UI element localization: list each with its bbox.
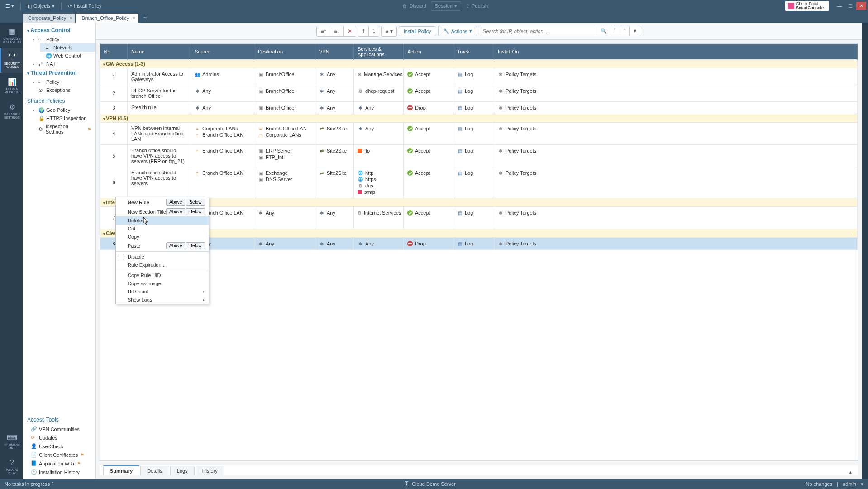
status-server[interactable]: 🗄Cloud Demo Server [404, 481, 456, 487]
col-install[interactable]: Install On [494, 44, 858, 60]
cell-value[interactable]: Corporate LANs [266, 132, 301, 138]
ctx-copy-uid[interactable]: Copy Rule UID [116, 271, 209, 279]
sidebar-tp-policy[interactable]: ▫ Policy [23, 78, 95, 86]
cell-value[interactable]: Drop [415, 241, 426, 246]
cell-value[interactable]: BranchOffice [266, 88, 294, 94]
cell-value[interactable]: Exchange [266, 170, 288, 176]
cell-value[interactable]: ftp [364, 148, 370, 153]
sidebar-policy[interactable]: ▫ Policy [23, 35, 95, 43]
rail-whatsnew[interactable]: ? WHAT'S NEW [0, 454, 23, 479]
add-below-button[interactable]: ≡↓ [330, 26, 344, 36]
cell-value[interactable]: Internet Services [364, 210, 401, 216]
col-no[interactable]: No. [100, 44, 128, 60]
cell-value[interactable]: Branch Office LAN [202, 170, 243, 176]
section-below-button[interactable]: ⤵ [369, 26, 379, 36]
cell-value[interactable]: Accept [415, 126, 430, 131]
rail-gateways[interactable]: ▦ GATEWAYS & SERVERS [0, 23, 23, 48]
maximize-button[interactable]: ☐ [845, 2, 855, 10]
list-button[interactable]: ≡ ▾ [382, 26, 396, 36]
rule-name[interactable]: Stealth rule [128, 102, 191, 114]
rule-name[interactable]: Branch office should have VPN access to … [128, 167, 191, 198]
sidebar-threat-prevention[interactable]: Threat Prevention [23, 68, 95, 78]
cell-value[interactable]: Policy Targets [506, 72, 536, 77]
ctx-hitcount[interactable]: Hit Count▸ [116, 288, 209, 296]
ctx-disable[interactable]: Disable [116, 253, 209, 261]
cell-value[interactable]: Policy Targets [506, 105, 536, 110]
close-icon[interactable]: ✕ [132, 16, 136, 20]
rail-security-policies[interactable]: 🛡 SECURITY POLICIES [0, 48, 23, 73]
cell-value[interactable]: Any [266, 210, 274, 216]
rule-name[interactable]: DHCP Server for the branch Office [128, 85, 191, 102]
rule-row[interactable]: 4 VPN between Internal LANs and Branch o… [100, 123, 858, 145]
cell-value[interactable]: smtp [364, 189, 375, 195]
section-above-button[interactable]: ⤴ [358, 26, 369, 36]
cell-value[interactable]: Log [465, 105, 473, 110]
bottom-tab-summary[interactable]: Summary [103, 465, 139, 475]
cell-value[interactable]: Policy Targets [506, 170, 536, 176]
app-menu-button[interactable]: ☰ ▾ [2, 2, 18, 10]
col-track[interactable]: Track [453, 44, 494, 60]
sidebar-inspection[interactable]: ⚙ Inspection Settings ⚑ [23, 122, 95, 136]
cell-value[interactable]: Any [327, 72, 335, 77]
rule-row[interactable]: 2 DHCP Server for the branch Office Any … [100, 85, 858, 102]
sidebar-https[interactable]: 🔒 HTTPS Inspection [23, 114, 95, 122]
tool-usercheck[interactable]: 👤UserCheck [23, 442, 95, 451]
cell-value[interactable]: Site2Site [327, 126, 347, 131]
ctx-new-rule[interactable]: New Rule Above Below [116, 197, 209, 207]
rule-row[interactable]: 3 Stealth rule Any BranchOffice Any Any … [100, 102, 858, 114]
sidebar-geo[interactable]: 🌍 Geo Policy [23, 106, 95, 114]
cell-value[interactable]: Any [327, 210, 335, 216]
sidebar-access-control[interactable]: Access Control [23, 25, 95, 35]
cell-value[interactable]: Log [465, 88, 473, 94]
section-menu-icon[interactable]: ≡ [852, 230, 854, 235]
cell-value[interactable]: Any [202, 88, 211, 94]
cell-value[interactable]: Any [365, 241, 374, 246]
section-cleanup[interactable]: Cleanup (8)≡ [100, 229, 858, 238]
cell-value[interactable]: Policy Targets [506, 88, 536, 94]
ctx-cut[interactable]: Cut [116, 225, 209, 233]
cell-value[interactable]: Accept [415, 72, 430, 77]
close-icon[interactable]: ✕ [69, 16, 73, 20]
install-policy-button[interactable]: Install Policy [399, 26, 436, 36]
cell-value[interactable]: Any [365, 126, 374, 131]
rule-row[interactable]: 7 Access to Internet according to Web co… [100, 207, 858, 229]
sidebar-network[interactable]: ≡ Network [40, 43, 95, 52]
cell-value[interactable]: Log [465, 170, 473, 176]
cell-value[interactable]: Accept [415, 148, 430, 153]
cell-value[interactable]: Policy Targets [506, 241, 536, 246]
search-prev-button[interactable]: ˄ [620, 26, 629, 36]
col-action[interactable]: Action [404, 44, 453, 60]
ctx-copy-image[interactable]: Copy as Image [116, 279, 209, 288]
rule-row[interactable]: 6 Branch office should have VPN access t… [100, 167, 858, 198]
ctx-above-button[interactable]: Above [166, 242, 185, 249]
tool-updates[interactable]: ⟳Updates [23, 433, 95, 442]
ctx-above-button[interactable]: Above [166, 208, 185, 215]
cell-value[interactable]: Branch Office LAN [202, 132, 243, 138]
bottom-tab-details[interactable]: Details [140, 466, 169, 475]
cell-value[interactable]: dns [365, 183, 373, 188]
tab-branch-office-policy[interactable]: Branch_Office_Policy ✕ [76, 14, 138, 23]
cell-value[interactable]: Log [465, 210, 473, 216]
ctx-delete[interactable]: Delete [116, 216, 209, 225]
ctx-below-button[interactable]: Below [186, 242, 205, 249]
section-gw-access[interactable]: GW Access (1-3) [100, 60, 858, 68]
cell-value[interactable]: dhcp-request [365, 88, 394, 94]
cell-value[interactable]: Policy Targets [506, 148, 536, 153]
right-strip[interactable] [862, 23, 868, 479]
ctx-paste[interactable]: Paste Above Below [116, 241, 209, 250]
discard-button[interactable]: 🗑 Discard [399, 1, 429, 11]
tool-certs[interactable]: 📄Client Certificates⚑ [23, 451, 95, 459]
cell-value[interactable]: Log [465, 72, 473, 77]
minimize-button[interactable]: — [835, 2, 844, 10]
cell-value[interactable]: DNS Server [266, 177, 292, 182]
status-user[interactable]: admin [843, 481, 856, 487]
close-button[interactable]: ✕ [856, 2, 866, 10]
tool-vpn-communities[interactable]: 🔗VPN Communities [23, 425, 95, 433]
cell-value[interactable]: Log [465, 241, 473, 246]
session-menu[interactable]: Session ▾ [431, 1, 461, 11]
ctx-below-button[interactable]: Below [186, 199, 205, 206]
cell-value[interactable]: ERP Server [266, 148, 292, 153]
cell-value[interactable]: Policy Targets [506, 126, 536, 131]
cell-value[interactable]: BranchOffice [266, 105, 294, 110]
search-button[interactable]: 🔍 [597, 26, 610, 36]
